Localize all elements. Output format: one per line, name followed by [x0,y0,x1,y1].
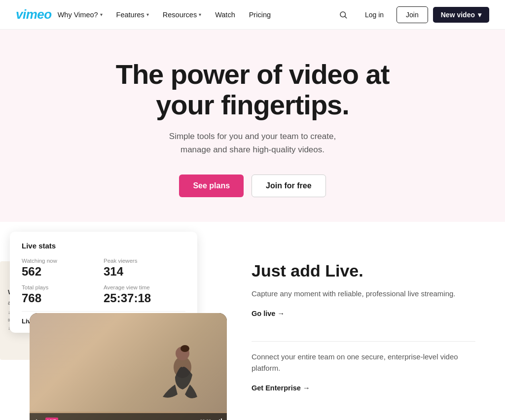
live-badge: LIVE [45,418,58,420]
stat-peak-viewers: Peak viewers 314 [104,258,185,279]
login-button[interactable]: Log in [357,7,392,23]
chevron-down-icon: ▾ [478,11,481,19]
hero-subtext: Simple tools for you and your team to cr… [154,130,351,156]
nav-why-vimeo[interactable]: Why Vimeo? ▾ [52,7,108,23]
svg-point-0 [340,12,346,17]
stat-avg-view-time: Average view time 25:37:18 [104,284,185,305]
device-area: Workflow Strategy abandone cart ↓ 1 hr d… [0,222,232,420]
join-button[interactable]: Join [397,6,428,23]
feature-desc-2: Connect your entire team on one secure, … [252,351,475,374]
phone-controls: ▶ LIVE 00:22 [30,413,227,420]
feature-section: Workflow Strategy abandone cart ↓ 1 hr d… [0,222,505,420]
navbar: vimeo Why Vimeo? ▾ Features ▾ Resources … [0,0,505,30]
svg-line-1 [345,16,346,18]
play-icon[interactable]: ▶ [35,418,41,420]
feature-desc-1: Capture any moment with reliable, profes… [252,288,475,300]
go-live-link[interactable]: Go live → [252,310,285,317]
join-free-button[interactable]: Join for free [252,175,325,197]
feature-title: Just add Live. [252,261,475,280]
logo[interactable]: vimeo [16,7,52,22]
see-plans-button[interactable]: See plans [179,175,244,197]
nav-pricing[interactable]: Pricing [243,7,277,23]
stats-divider [22,311,185,312]
stat-total-plays: Total plays 768 [22,284,104,305]
chevron-down-icon: ▾ [100,12,103,17]
nav-watch[interactable]: Watch [209,7,241,23]
nav-actions: Log in Join New video ▾ [334,6,489,24]
get-enterprise-link[interactable]: Get Enterprise → [252,384,310,392]
hero-headline: The power of video at your fingertips. [80,59,425,120]
feature-content: Just add Live. Capture any moment with r… [232,222,505,420]
new-video-button[interactable]: New video ▾ [433,7,489,23]
chevron-down-icon: ▾ [146,12,149,17]
nav-links: Why Vimeo? ▾ Features ▾ Resources ▾ Watc… [52,7,334,23]
chevron-down-icon: ▾ [199,12,201,17]
stat-watching-now: Watching now 562 [22,258,104,279]
search-icon [339,10,348,19]
feature-divider [252,341,475,342]
phone-mockup: ▶ LIVE 00:22 [30,313,227,420]
search-button[interactable] [334,6,352,24]
stats-grid: Watching now 562 Peak viewers 314 Total … [22,258,185,305]
svg-point-4 [180,345,189,352]
hero-buttons: See plans Join for free [10,175,495,197]
phone-screen: ▶ LIVE 00:22 [30,313,227,420]
hero-section: The power of video at your fingertips. S… [0,30,505,222]
nav-features[interactable]: Features ▾ [110,7,155,23]
signal-icon [215,419,222,420]
stats-card-title: Live stats [22,242,185,250]
nav-resources[interactable]: Resources ▾ [157,7,207,23]
time-display: 00:22 [200,419,211,420]
yoga-figure-illustration [138,328,207,412]
